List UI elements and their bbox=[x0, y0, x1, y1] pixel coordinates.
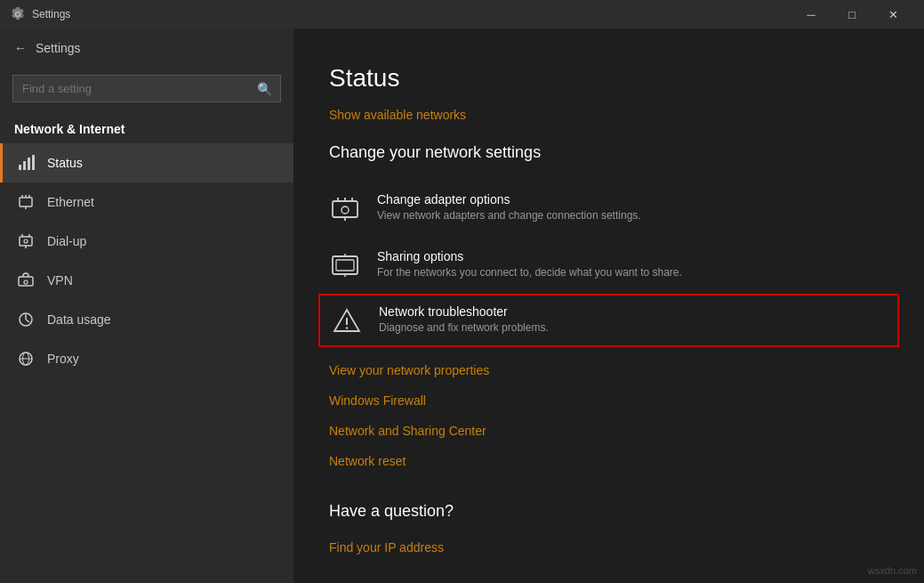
settings-icon bbox=[11, 7, 25, 21]
close-button[interactable]: ✕ bbox=[872, 0, 913, 28]
search-icon: 🔍 bbox=[257, 82, 272, 96]
svg-rect-2 bbox=[28, 158, 30, 170]
sharing-desc: For the networks you connect to, decide … bbox=[377, 266, 682, 279]
sidebar-item-data-usage[interactable]: Data usage bbox=[0, 300, 293, 339]
adapter-icon bbox=[329, 192, 361, 224]
page-title: Status bbox=[329, 64, 888, 93]
ethernet-icon bbox=[17, 193, 35, 211]
data-usage-icon bbox=[17, 311, 35, 328]
sidebar-ethernet-label: Ethernet bbox=[47, 195, 94, 209]
status-icon bbox=[17, 154, 35, 172]
troubleshooter-card[interactable]: Network troubleshooter Diagnose and fix … bbox=[318, 294, 899, 347]
app-body: ← Settings 🔍 Network & Internet Status bbox=[0, 28, 924, 583]
maximize-button[interactable]: □ bbox=[832, 0, 872, 28]
proxy-icon bbox=[17, 350, 35, 368]
sidebar-item-proxy[interactable]: Proxy bbox=[0, 339, 293, 378]
svg-point-25 bbox=[341, 206, 349, 214]
titlebar-controls: ─ □ ✕ bbox=[791, 0, 913, 28]
adapter-desc: View network adapters and change connect… bbox=[377, 209, 641, 222]
back-arrow-icon: ← bbox=[14, 41, 27, 55]
troubleshooter-card-content: Network troubleshooter Diagnose and fix … bbox=[379, 304, 549, 334]
find-ip-address-link[interactable]: Find your IP address bbox=[329, 533, 444, 562]
network-links: View your network properties Windows Fir… bbox=[329, 356, 888, 475]
svg-point-32 bbox=[346, 327, 348, 328]
sidebar-dialup-label: Dial-up bbox=[47, 234, 86, 248]
troubleshooter-desc: Diagnose and fix network problems. bbox=[379, 321, 549, 334]
sharing-card-content: Sharing options For the networks you con… bbox=[377, 249, 682, 279]
adapter-options-card[interactable]: Change adapter options View network adap… bbox=[329, 180, 888, 237]
troubleshooter-title: Network troubleshooter bbox=[379, 304, 549, 319]
question-title: Have a question? bbox=[329, 502, 888, 521]
titlebar: Settings ─ □ ✕ bbox=[0, 0, 924, 28]
sidebar-proxy-label: Proxy bbox=[47, 352, 79, 366]
sidebar-vpn-label: VPN bbox=[47, 273, 73, 287]
firewall-link[interactable]: Windows Firewall bbox=[329, 386, 888, 415]
app-title-label: Settings bbox=[36, 41, 81, 55]
sidebar: ← Settings 🔍 Network & Internet Status bbox=[0, 28, 293, 583]
titlebar-text: Settings bbox=[32, 8, 791, 20]
svg-rect-20 bbox=[333, 201, 358, 217]
svg-point-13 bbox=[24, 239, 28, 243]
question-section: Have a question? Find your IP address bbox=[329, 502, 888, 562]
sidebar-status-label: Status bbox=[47, 156, 83, 170]
sidebar-section-title: Network & Internet bbox=[0, 109, 293, 143]
sidebar-data-usage-label: Data usage bbox=[47, 312, 111, 327]
svg-rect-0 bbox=[19, 165, 21, 170]
sharing-center-link[interactable]: Network and Sharing Center bbox=[329, 417, 888, 445]
change-section-heading: Change your network settings bbox=[329, 143, 888, 162]
sidebar-item-dialup[interactable]: Dial-up bbox=[0, 222, 293, 261]
svg-rect-27 bbox=[336, 260, 354, 271]
sidebar-item-status[interactable]: Status bbox=[0, 143, 293, 182]
dialup-icon bbox=[17, 232, 35, 250]
svg-rect-4 bbox=[20, 198, 32, 206]
adapter-title: Change adapter options bbox=[377, 192, 641, 206]
svg-rect-1 bbox=[23, 161, 26, 170]
network-reset-link[interactable]: Network reset bbox=[329, 447, 888, 475]
home-back-button[interactable]: ← Settings bbox=[0, 28, 293, 68]
network-props-link[interactable]: View your network properties bbox=[329, 356, 888, 385]
svg-point-15 bbox=[24, 280, 28, 284]
vpn-icon bbox=[17, 271, 35, 289]
svg-rect-9 bbox=[20, 237, 32, 246]
minimize-button[interactable]: ─ bbox=[791, 0, 832, 28]
sharing-title: Sharing options bbox=[377, 249, 682, 263]
show-networks-link[interactable]: Show available networks bbox=[329, 108, 466, 122]
search-input[interactable] bbox=[12, 75, 281, 102]
svg-rect-3 bbox=[32, 155, 35, 170]
sidebar-item-vpn[interactable]: VPN bbox=[0, 261, 293, 300]
main-content: Status Show available networks Change yo… bbox=[293, 28, 924, 583]
sidebar-item-ethernet[interactable]: Ethernet bbox=[0, 182, 293, 222]
troubleshooter-icon bbox=[331, 304, 363, 336]
sharing-icon bbox=[329, 249, 361, 281]
search-container: 🔍 bbox=[0, 68, 293, 109]
adapter-card-content: Change adapter options View network adap… bbox=[377, 192, 641, 222]
sharing-options-card[interactable]: Sharing options For the networks you con… bbox=[329, 237, 888, 294]
